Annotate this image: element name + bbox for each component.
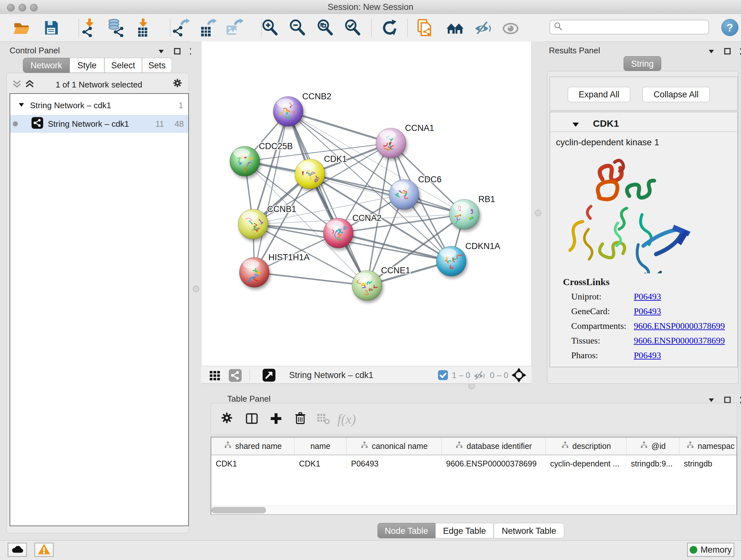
- results-panel-float-icon[interactable]: [724, 48, 731, 57]
- warning-button[interactable]: [35, 543, 54, 557]
- save-session-button[interactable]: [40, 18, 63, 38]
- delete-icon[interactable]: [293, 412, 307, 427]
- search-box[interactable]: [549, 20, 709, 35]
- column-label: canonical name: [372, 442, 428, 451]
- tab-string[interactable]: String: [623, 56, 661, 71]
- node-count: 11: [155, 119, 164, 129]
- results-panel-collapse-caret-icon[interactable]: [707, 47, 716, 57]
- column-header-namespac[interactable]: namespac: [679, 437, 741, 455]
- grid-view-icon[interactable]: [209, 369, 221, 383]
- right-splitter[interactable]: [532, 42, 544, 384]
- collapse-all-button[interactable]: Collapse All: [643, 87, 710, 102]
- edge-HIST1H1A-CCNE1[interactable]: [254, 272, 367, 286]
- show-panel-eye-button[interactable]: [499, 18, 522, 38]
- node-CDKN1A[interactable]: CDKN1A: [436, 241, 500, 276]
- network-tree-row[interactable]: String Network – cdk1 1: [10, 97, 188, 114]
- add-column-icon[interactable]: [269, 412, 283, 427]
- left-splitter[interactable]: [191, 42, 201, 384]
- import-table-button[interactable]: [131, 18, 154, 38]
- column-label: @id: [651, 442, 666, 451]
- node-RB1[interactable]: RB1: [449, 194, 495, 229]
- expand-all-button[interactable]: Expand All: [568, 87, 630, 102]
- tab-network-table[interactable]: Network Table: [494, 523, 564, 538]
- table-row[interactable]: CDK1CDK1P064939606.ENSP00000378699cyclin…: [211, 455, 737, 472]
- edge-CCNB2-CCNA1[interactable]: [288, 111, 391, 143]
- export-network-button[interactable]: [169, 18, 192, 38]
- results-panel-close-icon[interactable]: [740, 48, 741, 57]
- node-CCNA1[interactable]: CCNA1: [376, 123, 434, 158]
- export-image-button[interactable]: [223, 18, 246, 38]
- bottom-splitter-knob[interactable]: [468, 383, 475, 389]
- crosslink-row: Tissues: 9606.ENSP00000378699: [571, 333, 734, 348]
- gene-collapse-caret-icon[interactable]: [571, 121, 580, 130]
- zoom-selected-button[interactable]: [341, 18, 364, 38]
- refresh-view-button[interactable]: [378, 18, 401, 38]
- zoom-in-icon: [261, 19, 279, 37]
- tab-edge-table[interactable]: Edge Table: [435, 523, 494, 538]
- table-horizontal-scrollbar[interactable]: [211, 506, 737, 514]
- current-network-dot-icon: [13, 121, 18, 126]
- column-header--id[interactable]: @id: [626, 437, 679, 455]
- export-image-icon: [225, 18, 244, 37]
- column-header-canonical-name[interactable]: canonical name: [347, 437, 442, 455]
- import-network-database-icon: [107, 18, 126, 37]
- network-collection-label: String Network – cdk1: [30, 101, 111, 111]
- tab-node-table[interactable]: Node Table: [378, 523, 435, 538]
- network-canvas[interactable]: CCNB2 CCNA1 CDC25B CDK1 CDC6 RB1 CCNB1: [201, 42, 532, 366]
- crosslink-link[interactable]: 9606.ENSP00000378699: [634, 335, 725, 346]
- tab-select[interactable]: Select: [105, 58, 142, 73]
- open-file-button[interactable]: [10, 18, 33, 38]
- column-header-name[interactable]: name: [294, 437, 347, 455]
- search-input[interactable]: [563, 22, 705, 33]
- network-tree-row[interactable]: String Network – cdk1 11 48: [10, 115, 188, 133]
- zoom-out-button[interactable]: [286, 18, 309, 38]
- export-table-button[interactable]: [196, 18, 219, 38]
- share-network-icon[interactable]: [228, 369, 242, 383]
- crosslink-link[interactable]: P06493: [634, 306, 661, 316]
- column-header-database-identifier[interactable]: database identifier: [442, 437, 546, 455]
- memory-status-dot-icon: [690, 546, 697, 554]
- bottom-splitter[interactable]: [201, 384, 741, 388]
- left-splitter-knob[interactable]: [193, 286, 199, 292]
- crosslink-row: GeneCard: P06493: [571, 304, 734, 319]
- refresh-view-icon: [381, 19, 399, 37]
- table-panel-close-icon[interactable]: [740, 396, 741, 405]
- column-header-shared-name[interactable]: shared name: [211, 437, 294, 455]
- split-columns-icon[interactable]: [245, 412, 259, 427]
- subnetwork-count: 1: [179, 101, 183, 111]
- string-home-button[interactable]: [444, 18, 467, 38]
- open-in-window-icon[interactable]: [262, 368, 276, 383]
- node-HIST1H1A[interactable]: HIST1H1A: [239, 253, 310, 287]
- import-network-database-button[interactable]: [105, 18, 128, 38]
- tab-network[interactable]: Network: [23, 58, 70, 73]
- column-header-description[interactable]: description: [546, 437, 626, 455]
- crosslink-row: Pharos: P06493: [571, 348, 734, 363]
- warning-icon: [37, 543, 51, 557]
- crosslink-link[interactable]: P06493: [634, 350, 661, 361]
- gear-icon[interactable]: [220, 412, 234, 427]
- cloud-button[interactable]: [8, 543, 27, 557]
- zoom-fit-button[interactable]: [314, 18, 337, 38]
- copy-network-button[interactable]: [414, 18, 436, 38]
- birdseye-crosshair-icon[interactable]: [511, 368, 527, 384]
- import-network-file-button[interactable]: [78, 18, 101, 38]
- right-splitter-knob[interactable]: [535, 210, 541, 216]
- control-panel-collapse-caret-icon[interactable]: [157, 47, 165, 57]
- toolbar-separator: [407, 19, 408, 37]
- node-CCNB1[interactable]: CCNB1: [238, 204, 296, 239]
- edge-CCNB2-HIST1H1A[interactable]: [254, 111, 288, 272]
- tree-expand-caret-icon[interactable]: [18, 101, 25, 111]
- tab-sets[interactable]: Sets: [142, 58, 172, 73]
- control-panel-float-icon[interactable]: [174, 48, 181, 57]
- hide-panel-eye-button[interactable]: [471, 18, 494, 38]
- network-options-gear-icon[interactable]: [172, 78, 185, 92]
- string-home-icon: [446, 18, 465, 37]
- memory-button[interactable]: Memory: [687, 543, 734, 557]
- selected-checkbox-icon[interactable]: [438, 370, 448, 381]
- crosslink-link[interactable]: P06493: [634, 292, 661, 302]
- tab-style[interactable]: Style: [70, 58, 105, 73]
- scrollbar-thumb[interactable]: [211, 507, 266, 513]
- crosslink-link[interactable]: 9606.ENSP00000378699: [634, 321, 725, 331]
- help-button[interactable]: ?: [721, 19, 738, 36]
- zoom-in-button[interactable]: [259, 18, 281, 38]
